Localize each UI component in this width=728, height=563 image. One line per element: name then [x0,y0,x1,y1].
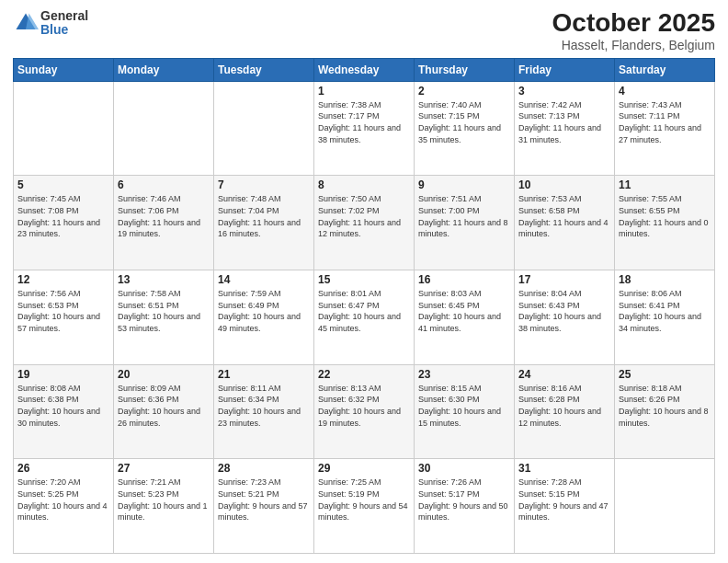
day-number: 3 [518,85,610,98]
calendar-cell: 9Sunrise: 7:51 AMSunset: 7:00 PMDaylight… [415,176,515,270]
cell-info: Sunrise: 7:25 AMSunset: 5:19 PMDaylight:… [318,477,408,522]
calendar-cell: 12Sunrise: 7:56 AMSunset: 6:53 PMDayligh… [14,270,114,365]
cell-info: Sunrise: 8:11 AMSunset: 6:34 PMDaylight:… [218,384,301,428]
cell-info: Sunrise: 7:50 AMSunset: 7:02 PMDaylight:… [318,194,401,238]
cell-info: Sunrise: 7:28 AMSunset: 5:15 PMDaylight:… [518,477,609,522]
calendar-cell: 10Sunrise: 7:53 AMSunset: 6:58 PMDayligh… [515,176,615,270]
cell-info: Sunrise: 8:06 AMSunset: 6:41 PMDaylight:… [619,289,701,333]
cell-info: Sunrise: 7:55 AMSunset: 6:55 PMDaylight:… [619,194,709,238]
calendar-cell: 30Sunrise: 7:26 AMSunset: 5:17 PMDayligh… [415,459,515,554]
day-number: 9 [418,178,510,191]
cell-info: Sunrise: 7:45 AMSunset: 7:08 PMDaylight:… [17,194,100,238]
logo-icon [13,10,39,36]
calendar-table: SundayMondayTuesdayWednesdayThursdayFrid… [13,58,715,554]
calendar-cell: 17Sunrise: 8:04 AMSunset: 6:43 PMDayligh… [515,270,615,365]
day-number: 18 [619,273,711,286]
day-number: 11 [619,178,711,191]
day-number: 13 [118,273,210,286]
calendar-week-5: 26Sunrise: 7:20 AMSunset: 5:25 PMDayligh… [14,459,715,554]
title-block: October 2025 Hasselt, Flanders, Belgium [552,9,715,52]
cell-info: Sunrise: 7:21 AMSunset: 5:23 PMDaylight:… [118,477,208,522]
calendar-cell: 5Sunrise: 7:45 AMSunset: 7:08 PMDaylight… [14,176,114,270]
calendar-cell: 2Sunrise: 7:40 AMSunset: 7:15 PMDaylight… [415,81,515,176]
cell-info: Sunrise: 7:53 AMSunset: 6:58 PMDaylight:… [518,194,609,238]
day-number: 23 [418,368,510,381]
calendar-cell: 24Sunrise: 8:16 AMSunset: 6:28 PMDayligh… [515,364,615,459]
header: General Blue October 2025 Hasselt, Fland… [13,9,715,52]
calendar-cell: 7Sunrise: 7:48 AMSunset: 7:04 PMDaylight… [214,176,314,270]
calendar-cell: 6Sunrise: 7:46 AMSunset: 7:06 PMDaylight… [114,176,214,270]
logo-text: General Blue [40,9,88,38]
day-number: 10 [518,178,610,191]
calendar-cell: 23Sunrise: 8:15 AMSunset: 6:30 PMDayligh… [415,364,515,459]
calendar-cell: 25Sunrise: 8:18 AMSunset: 6:26 PMDayligh… [615,364,715,459]
day-number: 21 [218,368,310,381]
day-number: 12 [17,273,109,286]
weekday-header-friday: Friday [515,58,615,81]
calendar-cell [14,81,114,176]
day-number: 26 [17,462,109,475]
day-number: 19 [17,368,109,381]
day-number: 16 [418,273,510,286]
calendar-week-2: 5Sunrise: 7:45 AMSunset: 7:08 PMDaylight… [14,176,715,270]
calendar-cell: 29Sunrise: 7:25 AMSunset: 5:19 PMDayligh… [314,459,415,554]
logo-general-text: General [40,9,88,23]
logo: General Blue [13,9,88,38]
calendar-cell: 11Sunrise: 7:55 AMSunset: 6:55 PMDayligh… [615,176,715,270]
calendar-cell: 18Sunrise: 8:06 AMSunset: 6:41 PMDayligh… [615,270,715,365]
page-container: General Blue October 2025 Hasselt, Fland… [0,0,728,563]
cell-info: Sunrise: 8:18 AMSunset: 6:26 PMDaylight:… [619,384,709,428]
day-number: 5 [17,178,109,191]
day-number: 22 [318,368,410,381]
cell-info: Sunrise: 7:59 AMSunset: 6:49 PMDaylight:… [218,289,301,333]
day-number: 8 [318,178,410,191]
calendar-week-4: 19Sunrise: 8:08 AMSunset: 6:38 PMDayligh… [14,364,715,459]
cell-info: Sunrise: 7:58 AMSunset: 6:51 PMDaylight:… [118,289,200,333]
calendar-cell: 14Sunrise: 7:59 AMSunset: 6:49 PMDayligh… [214,270,314,365]
calendar-cell: 19Sunrise: 8:08 AMSunset: 6:38 PMDayligh… [14,364,114,459]
day-number: 30 [418,462,510,475]
title-location: Hasselt, Flanders, Belgium [552,38,715,52]
day-number: 24 [518,368,610,381]
calendar-cell: 1Sunrise: 7:38 AMSunset: 7:17 PMDaylight… [314,81,415,176]
cell-info: Sunrise: 8:04 AMSunset: 6:43 PMDaylight:… [518,289,601,333]
calendar-cell: 16Sunrise: 8:03 AMSunset: 6:45 PMDayligh… [415,270,515,365]
cell-info: Sunrise: 8:13 AMSunset: 6:32 PMDaylight:… [318,384,401,428]
day-number: 4 [619,85,711,98]
calendar-cell: 13Sunrise: 7:58 AMSunset: 6:51 PMDayligh… [114,270,214,365]
cell-info: Sunrise: 7:20 AMSunset: 5:25 PMDaylight:… [17,477,108,522]
weekday-header-monday: Monday [114,58,214,81]
weekday-header-wednesday: Wednesday [314,58,415,81]
cell-info: Sunrise: 7:51 AMSunset: 7:00 PMDaylight:… [418,194,508,238]
cell-info: Sunrise: 8:15 AMSunset: 6:30 PMDaylight:… [418,384,501,428]
day-number: 29 [318,462,410,475]
cell-info: Sunrise: 7:38 AMSunset: 7:17 PMDaylight:… [318,100,401,144]
day-number: 7 [218,178,310,191]
day-number: 17 [518,273,610,286]
cell-info: Sunrise: 7:23 AMSunset: 5:21 PMDaylight:… [218,477,308,522]
calendar-cell: 4Sunrise: 7:43 AMSunset: 7:11 PMDaylight… [615,81,715,176]
calendar-cell: 28Sunrise: 7:23 AMSunset: 5:21 PMDayligh… [214,459,314,554]
weekday-header-tuesday: Tuesday [214,58,314,81]
weekday-header-sunday: Sunday [14,58,114,81]
cell-info: Sunrise: 7:43 AMSunset: 7:11 PMDaylight:… [619,100,701,144]
calendar-cell: 26Sunrise: 7:20 AMSunset: 5:25 PMDayligh… [14,459,114,554]
day-number: 20 [118,368,210,381]
day-number: 2 [418,85,510,98]
svg-marker-1 [26,14,39,30]
calendar-cell: 27Sunrise: 7:21 AMSunset: 5:23 PMDayligh… [114,459,214,554]
cell-info: Sunrise: 7:26 AMSunset: 5:17 PMDaylight:… [418,477,508,522]
cell-info: Sunrise: 8:01 AMSunset: 6:47 PMDaylight:… [318,289,401,333]
cell-info: Sunrise: 7:46 AMSunset: 7:06 PMDaylight:… [118,194,200,238]
cell-info: Sunrise: 8:09 AMSunset: 6:36 PMDaylight:… [118,384,200,428]
calendar-cell: 3Sunrise: 7:42 AMSunset: 7:13 PMDaylight… [515,81,615,176]
cell-info: Sunrise: 7:40 AMSunset: 7:15 PMDaylight:… [418,100,501,144]
calendar-cell [615,459,715,554]
calendar-cell [114,81,214,176]
day-number: 25 [619,368,711,381]
cell-info: Sunrise: 7:56 AMSunset: 6:53 PMDaylight:… [17,289,100,333]
day-number: 14 [218,273,310,286]
day-number: 6 [118,178,210,191]
logo-blue-text: Blue [40,23,88,37]
weekday-header-row: SundayMondayTuesdayWednesdayThursdayFrid… [14,58,715,81]
